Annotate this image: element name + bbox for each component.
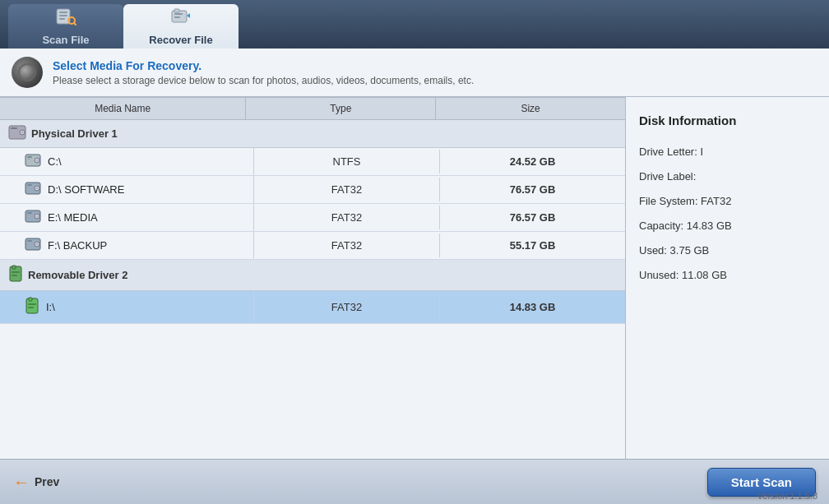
- drive-size-c: 24.52 GB: [440, 150, 625, 173]
- info-text: Select Media For Recovery. Please select…: [53, 59, 474, 86]
- tab-recover-file[interactable]: Recover File: [123, 4, 239, 49]
- disk-info-used: Used: 3.75 GB: [639, 240, 816, 261]
- drive-size-e: 76.57 GB: [440, 206, 625, 229]
- group-removable-driver-2-label: Removable Driver 2: [28, 269, 127, 281]
- svg-rect-39: [29, 298, 32, 301]
- drive-row-d[interactable]: D:\ SOFTWARE FAT32 76.57 GB: [0, 176, 625, 204]
- disk-info-capacity: Capacity: 14.83 GB: [639, 215, 816, 237]
- drive-icon-c: [25, 154, 41, 169]
- version-text: Version 1.1.5.8: [757, 491, 817, 501]
- tab-scan-file-label: Scan File: [42, 34, 89, 46]
- group-physical-driver-1-label: Physical Driver 1: [31, 127, 118, 140]
- info-title: Select Media For Recovery.: [53, 59, 474, 72]
- svg-rect-9: [174, 16, 180, 18]
- svg-rect-8: [174, 13, 183, 15]
- svg-rect-30: [27, 240, 32, 242]
- svg-rect-20: [27, 184, 32, 186]
- disk-info-unused: Unused: 11.08 GB: [639, 265, 816, 286]
- drive-name-d: D:\ SOFTWARE: [0, 176, 254, 203]
- start-scan-label: Start Scan: [731, 475, 792, 489]
- drive-icon-i: [25, 297, 39, 317]
- drive-icon-d: [25, 182, 41, 197]
- drive-type-e: FAT32: [254, 206, 440, 229]
- drive-type-i: FAT32: [254, 295, 440, 319]
- svg-rect-36: [12, 271, 20, 273]
- drive-icon-e: [25, 210, 41, 225]
- table-header: Media Name Type Size: [0, 97, 625, 120]
- drive-name-c: C:\: [0, 148, 254, 175]
- prev-button[interactable]: ← Prev: [13, 473, 59, 492]
- disk-info-panel: Disk Information Drive Letter: I Drive L…: [625, 97, 829, 459]
- drive-row-c[interactable]: C:\ NTFS 24.52 GB: [0, 148, 625, 176]
- info-bar: Select Media For Recovery. Please select…: [0, 49, 829, 97]
- table-area: Media Name Type Size Phys: [0, 97, 625, 459]
- drive-name-f: F:\ BACKUP: [0, 232, 254, 259]
- drive-row-f[interactable]: F:\ BACKUP FAT32 55.17 GB: [0, 232, 625, 260]
- col-header-type: Type: [246, 98, 436, 119]
- prev-arrow-icon: ←: [13, 473, 30, 492]
- drive-name-e: E:\ MEDIA: [0, 204, 254, 231]
- disk-info-drive-letter: Drive Letter: I: [639, 141, 816, 163]
- svg-rect-35: [12, 266, 16, 269]
- drive-row-i[interactable]: I:\ FAT32 14.83 GB: [0, 291, 625, 324]
- table-body: Physical Driver 1: [0, 120, 625, 459]
- drive-name-i: I:\: [0, 291, 254, 323]
- svg-rect-3: [59, 18, 65, 20]
- svg-rect-40: [28, 303, 36, 305]
- bottom-bar: ← Prev Start Scan Version 1.1.5.8: [0, 459, 829, 504]
- svg-rect-41: [28, 307, 34, 308]
- removable-drive-icon: [8, 265, 23, 285]
- tab-recover-file-label: Recover File: [149, 34, 212, 46]
- svg-point-13: [21, 132, 23, 133]
- scan-file-icon: [55, 7, 76, 30]
- group-removable-driver-2: Removable Driver 2: [0, 260, 625, 291]
- svg-rect-16: [27, 159, 30, 160]
- group-physical-driver-1: Physical Driver 1: [0, 120, 625, 148]
- drive-row-e[interactable]: E:\ MEDIA FAT32 76.57 GB: [0, 204, 625, 232]
- physical-hdd-icon: [8, 125, 26, 142]
- svg-rect-26: [27, 215, 30, 215]
- svg-point-33: [36, 243, 38, 245]
- prev-label: Prev: [35, 475, 59, 488]
- drive-size-d: 76.57 GB: [440, 178, 625, 201]
- recover-file-icon: [170, 7, 192, 30]
- svg-rect-11: [11, 127, 17, 129]
- main-area: Select Media For Recovery. Please select…: [0, 49, 829, 504]
- col-header-size: Size: [436, 98, 625, 119]
- tab-scan-file[interactable]: Scan File: [8, 4, 123, 49]
- svg-rect-31: [27, 243, 30, 243]
- drive-size-f: 55.17 GB: [440, 234, 625, 257]
- svg-point-18: [36, 160, 38, 161]
- drive-size-i: 14.83 GB: [440, 295, 625, 319]
- drive-type-d: FAT32: [254, 178, 440, 201]
- svg-rect-37: [12, 275, 17, 276]
- disk-info-drive-label: Drive Label:: [639, 166, 816, 187]
- disk-info-title: Disk Information: [639, 109, 816, 133]
- info-icon: [12, 57, 43, 88]
- disk-info-file-system: File System: FAT32: [639, 191, 816, 212]
- svg-rect-25: [27, 212, 32, 214]
- svg-line-5: [74, 23, 76, 25]
- drive-type-f: FAT32: [254, 234, 440, 257]
- svg-rect-21: [27, 187, 30, 187]
- svg-rect-7: [174, 9, 179, 12]
- content-area: Media Name Type Size Phys: [0, 97, 829, 459]
- svg-rect-1: [59, 12, 67, 13]
- info-subtitle: Please select a storage device below to …: [53, 75, 474, 86]
- svg-rect-15: [27, 156, 32, 158]
- drive-type-c: NTFS: [254, 150, 440, 173]
- drive-icon-f: [25, 238, 41, 253]
- svg-rect-2: [59, 15, 67, 16]
- svg-point-23: [36, 187, 38, 189]
- tab-bar: Scan File Recover File: [0, 0, 829, 49]
- svg-point-28: [36, 215, 38, 217]
- col-header-name: Media Name: [0, 98, 246, 119]
